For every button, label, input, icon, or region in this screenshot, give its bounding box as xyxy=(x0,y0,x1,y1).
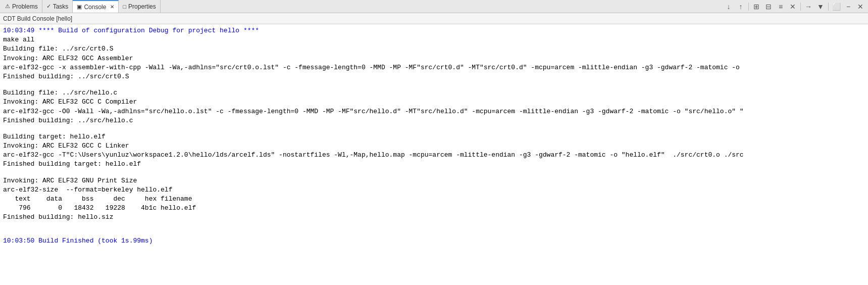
console-line: Invoking: ARC ELF32 GCC C Linker xyxy=(3,141,865,151)
tab-properties-label: Properties xyxy=(128,3,156,10)
close-btn[interactable]: ✕ xyxy=(787,1,798,12)
scroll-down-btn[interactable]: ↓ xyxy=(723,1,734,12)
properties-icon: □ xyxy=(123,4,126,10)
tab-console[interactable]: ▣ Console ✕ xyxy=(73,0,119,13)
tasks-icon: ✓ xyxy=(46,3,51,10)
console-line: text data bss dec hex filename xyxy=(3,195,865,204)
console-line: 796 0 18432 19228 4b1c hello.elf xyxy=(3,204,865,213)
console-line: Building target: hello.elf xyxy=(3,132,865,141)
console-empty-line xyxy=(3,169,865,176)
tab-console-label: Console xyxy=(84,4,106,11)
console-output-area[interactable]: 10:03:49 **** Build of configuration Deb… xyxy=(0,24,868,285)
tab-problems[interactable]: ⚠ Problems xyxy=(1,0,42,13)
console-line: 10:03:49 **** Build of configuration Deb… xyxy=(3,26,865,35)
console-empty-line xyxy=(3,222,865,229)
problems-icon: ⚠ xyxy=(5,3,10,10)
separator-1 xyxy=(748,3,749,11)
tab-properties[interactable]: □ Properties xyxy=(119,0,160,13)
tab-problems-label: Problems xyxy=(12,3,38,10)
console-line: arc-elf32-size --format=berkeley hello.e… xyxy=(3,185,865,195)
restore-btn[interactable]: ⊟ xyxy=(763,1,774,12)
close-console-icon[interactable]: ✕ xyxy=(110,4,114,10)
console-title-bar: CDT Build Console [hello] xyxy=(0,13,868,24)
separator-3 xyxy=(828,3,829,11)
separator-2 xyxy=(800,3,801,11)
tab-tasks[interactable]: ✓ Tasks xyxy=(42,0,73,13)
console-line: Finished building: ../src/crt0.S xyxy=(3,72,865,81)
window-minimize-btn[interactable]: − xyxy=(843,1,854,12)
console-line: Invoking: ARC ELF32 GNU Print Size xyxy=(3,176,865,185)
tab-bar-left: ⚠ Problems ✓ Tasks ▣ Console ✕ □ Propert… xyxy=(1,0,161,13)
pin-btn[interactable]: ≡ xyxy=(775,1,786,12)
console-line: Building file: ../src/hello.c xyxy=(3,88,865,98)
console-line: Finished building target: hello.elf xyxy=(3,160,865,169)
console-line: make all xyxy=(3,35,865,44)
console-title: CDT Build Console [hello] xyxy=(3,15,72,22)
window-maximize-btn[interactable]: ⬜ xyxy=(831,1,842,12)
tab-bar: ⚠ Problems ✓ Tasks ▣ Console ✕ □ Propert… xyxy=(0,0,868,13)
console-line: Finished building: hello.siz xyxy=(3,213,865,222)
console-line: Invoking: ARC ELF32 GCC Assembler xyxy=(3,54,865,63)
console-line: Building file: ../src/crt0.S xyxy=(3,44,865,54)
maximize-btn[interactable]: ⊞ xyxy=(751,1,762,12)
window-close-btn[interactable]: ✕ xyxy=(855,1,866,12)
console-line: arc-elf32-gcc -O0 -Wall -Wa,-adhlns="src… xyxy=(3,107,865,116)
scroll-up-btn[interactable]: ↑ xyxy=(735,1,746,12)
console-line: arc-elf32-gcc -T"C:\Users\yunluz\workspa… xyxy=(3,151,865,160)
console-line: Finished building: ../src/hello.c xyxy=(3,116,865,125)
tab-bar-right: ↓ ↑ ⊞ ⊟ ≡ ✕ → ▼ ⬜ − ✕ xyxy=(723,1,868,12)
tab-tasks-label: Tasks xyxy=(53,3,69,10)
console-empty-line xyxy=(3,125,865,132)
eclipse-window: ⚠ Problems ✓ Tasks ▣ Console ✕ □ Propert… xyxy=(0,0,868,285)
dropdown-btn[interactable]: ▼ xyxy=(815,1,826,12)
console-line: Invoking: ARC ELF32 GCC C Compiler xyxy=(3,98,865,107)
run-btn[interactable]: → xyxy=(803,1,814,12)
console-empty-line xyxy=(3,81,865,88)
console-icon: ▣ xyxy=(77,4,82,10)
build-finished-line: 10:03:50 Build Finished (took 1s.99ms) xyxy=(3,236,865,246)
console-line: arc-elf32-gcc -x assembler-with-cpp -Wal… xyxy=(3,63,865,72)
console-empty-line xyxy=(3,229,865,236)
